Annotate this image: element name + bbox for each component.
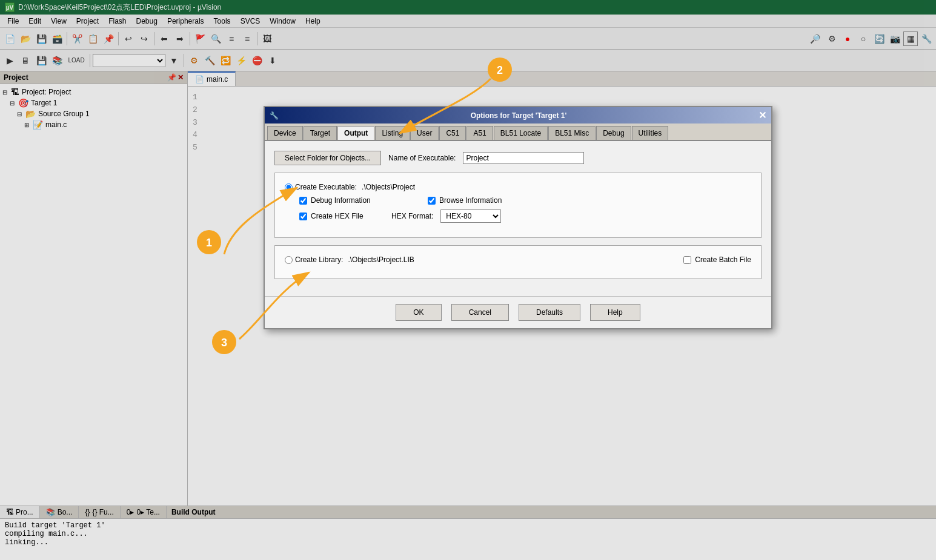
options-dialog: 🔧 Options for Target 'Target 1' ✕ Device… [264,106,772,329]
dialog-section-library: Create Library: .\Objects\Project.LIB Cr… [274,245,762,279]
dialog-overlay: 🔧 Options for Target 'Target 1' ✕ Device… [0,0,936,560]
create-hex-label[interactable]: Create HEX File [299,212,384,220]
dialog-footer: OK Cancel Defaults Help [265,296,771,328]
help-btn[interactable]: Help [590,304,640,321]
dialog-title-icon: 🔧 [270,111,279,120]
debug-info-checkbox[interactable] [299,197,307,205]
create-executable-path: .\Objects\Project [362,183,415,191]
library-row: Create Library: .\Objects\Project.LIB Cr… [285,255,751,264]
debug-info-label[interactable]: Debug Information [299,196,420,205]
create-executable-radio-label[interactable]: Create Executable: .\Objects\Project [285,183,415,191]
create-library-text: Create Library: [295,255,343,264]
dialog-tab-bl51-locate[interactable]: BL51 Locate [494,126,548,140]
dialog-section-executable: Create Executable: .\Objects\Project Deb… [274,173,762,238]
dialog-tab-user[interactable]: User [410,126,439,140]
dialog-tab-a51[interactable]: A51 [466,126,493,140]
debug-browse-row: Debug Information Browse Information [299,196,751,205]
create-executable-row: Create Executable: .\Objects\Project [285,183,751,191]
dialog-tabs: Device Target Output Listing User C51 A5… [265,124,771,141]
dialog-tab-bl51-misc[interactable]: BL51 Misc [548,126,596,140]
hex-row: Create HEX File HEX Format: HEX-80 HEX-3… [299,209,751,223]
dialog-tab-output[interactable]: Output [337,126,374,140]
dialog-tab-target[interactable]: Target [304,126,337,140]
dialog-body: Select Folder for Objects... Name of Exe… [265,141,771,296]
hex-format-select[interactable]: HEX-80 HEX-386 [440,209,501,223]
dialog-row-folder: Select Folder for Objects... Name of Exe… [274,151,762,165]
create-library-radio-label[interactable]: Create Library: .\Objects\Project.LIB [285,255,414,264]
dialog-title-text: Options for Target 'Target 1' [471,111,567,120]
dialog-tab-device[interactable]: Device [267,126,303,140]
browse-info-checkbox[interactable] [428,197,436,205]
browse-info-label[interactable]: Browse Information [428,196,502,205]
dialog-close-btn[interactable]: ✕ [758,110,766,121]
create-batch-checkbox[interactable] [683,256,691,264]
ok-btn[interactable]: OK [396,304,441,321]
name-executable-label: Name of Executable: [388,154,456,162]
create-library-radio[interactable] [285,256,293,264]
create-executable-text: Create Executable: [295,183,357,191]
dialog-title: 🔧 Options for Target 'Target 1' ✕ [265,107,771,124]
select-folder-btn[interactable]: Select Folder for Objects... [274,151,381,165]
create-executable-radio[interactable] [285,183,293,191]
dialog-tab-debug[interactable]: Debug [596,126,631,140]
cancel-btn[interactable]: Cancel [451,304,509,321]
dialog-tab-utilities[interactable]: Utilities [632,126,669,140]
dialog-tab-c51[interactable]: C51 [439,126,466,140]
hex-format-label: HEX Format: [391,212,433,220]
create-batch-label[interactable]: Create Batch File [683,255,751,264]
create-hex-checkbox[interactable] [299,212,307,220]
dialog-tab-listing[interactable]: Listing [375,126,410,140]
create-library-path: .\Objects\Project.LIB [348,255,414,264]
name-executable-input[interactable] [463,152,584,164]
defaults-btn[interactable]: Defaults [519,304,580,321]
